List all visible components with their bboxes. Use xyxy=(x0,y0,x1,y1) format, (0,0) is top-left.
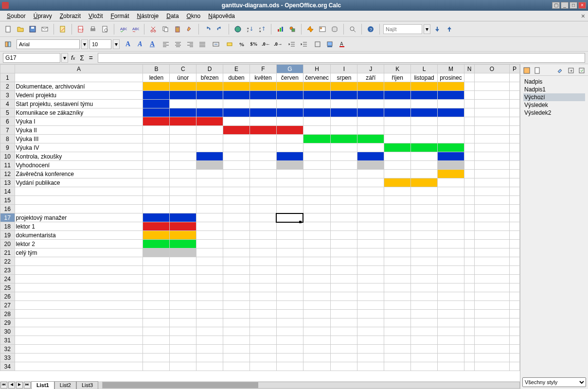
row-header-29[interactable]: 29 xyxy=(0,318,15,327)
function-wizard-icon[interactable]: fx xyxy=(71,54,75,61)
decrease-indent-icon[interactable] xyxy=(286,39,297,50)
cell-15-B[interactable] xyxy=(143,196,170,205)
cell-19-D[interactable] xyxy=(196,231,223,240)
cell-23-J[interactable] xyxy=(357,266,384,275)
cell-34-L[interactable] xyxy=(411,362,438,371)
cell-33-M[interactable] xyxy=(438,354,464,362)
cell-5-D[interactable] xyxy=(196,108,223,117)
cell-32-N[interactable] xyxy=(464,345,474,354)
cell-14-M[interactable] xyxy=(438,187,464,196)
menu-file[interactable]: Soubor xyxy=(3,13,30,19)
cell-26-A[interactable] xyxy=(15,292,143,301)
cell-23-C[interactable] xyxy=(170,266,196,275)
cell-4-G[interactable] xyxy=(276,100,303,108)
row-header-13[interactable]: 13 xyxy=(0,178,15,187)
cell-9-K[interactable] xyxy=(384,143,411,152)
cell-20-G[interactable] xyxy=(276,240,303,248)
cell-19-H[interactable] xyxy=(303,231,331,240)
cell-33-K[interactable] xyxy=(384,354,411,362)
cell-18-P[interactable] xyxy=(509,222,519,231)
sort-desc-icon[interactable]: za xyxy=(257,24,267,35)
cell-12-E[interactable] xyxy=(223,170,250,178)
chart-icon[interactable] xyxy=(275,24,285,35)
cell-17-F[interactable] xyxy=(250,213,277,222)
cell-4-C[interactable] xyxy=(170,100,196,108)
cell-21-F[interactable] xyxy=(250,248,277,257)
cell-7-H[interactable] xyxy=(303,126,331,135)
cell-15-G[interactable] xyxy=(276,196,303,205)
cell-24-H[interactable] xyxy=(303,275,331,283)
email-icon[interactable] xyxy=(39,24,50,35)
cell-9-L[interactable] xyxy=(411,143,438,152)
row-header-15[interactable]: 15 xyxy=(0,196,15,205)
cell-30-H[interactable] xyxy=(303,327,331,336)
cell-13-A[interactable]: Vydání publikace xyxy=(15,178,143,187)
cell-9-I[interactable] xyxy=(331,143,357,152)
cell-26-B[interactable] xyxy=(143,292,170,301)
col-header-L[interactable]: L xyxy=(411,65,438,73)
cell-29-O[interactable] xyxy=(475,318,510,327)
spellcheck-icon[interactable]: ABC xyxy=(118,24,128,35)
cell-30-J[interactable] xyxy=(357,327,384,336)
cell-3-I[interactable] xyxy=(331,91,357,100)
col-header-K[interactable]: K xyxy=(384,65,411,73)
cell-14-B[interactable] xyxy=(143,187,170,196)
cell-10-G[interactable] xyxy=(276,152,303,161)
cell-13-I[interactable] xyxy=(331,178,357,187)
export-pdf-icon[interactable]: PDF xyxy=(75,24,86,35)
cell-5-O[interactable] xyxy=(475,108,510,117)
cell-13-M[interactable] xyxy=(438,178,464,187)
cell-8-I[interactable] xyxy=(331,135,357,143)
cell-1-M[interactable]: prosinec xyxy=(438,73,464,82)
cell-21-A[interactable]: celý tým xyxy=(15,248,143,257)
update-style-icon[interactable] xyxy=(577,66,586,75)
cell-27-D[interactable] xyxy=(196,301,223,310)
row-header-28[interactable]: 28 xyxy=(0,310,15,318)
cell-17-O[interactable] xyxy=(475,213,510,222)
cell-1-P[interactable] xyxy=(509,73,519,82)
cell-7-B[interactable] xyxy=(143,126,170,135)
cell-34-H[interactable] xyxy=(303,362,331,371)
cell-10-B[interactable] xyxy=(143,152,170,161)
col-header-M[interactable]: M xyxy=(438,65,464,73)
cell-32-F[interactable] xyxy=(250,345,277,354)
cell-9-G[interactable] xyxy=(276,143,303,152)
cell-6-C[interactable] xyxy=(170,117,196,126)
cell-9-D[interactable] xyxy=(196,143,223,152)
cell-2-K[interactable] xyxy=(384,82,411,91)
cell-25-M[interactable] xyxy=(438,283,464,292)
cell-5-L[interactable] xyxy=(411,108,438,117)
cell-14-A[interactable] xyxy=(15,187,143,196)
cell-1-O[interactable] xyxy=(475,73,510,82)
cell-16-B[interactable] xyxy=(143,205,170,213)
save-icon[interactable] xyxy=(27,24,38,35)
cell-3-C[interactable] xyxy=(170,91,196,100)
cell-8-F[interactable] xyxy=(250,135,277,143)
align-center-icon[interactable] xyxy=(173,39,183,50)
cell-25-E[interactable] xyxy=(223,283,250,292)
help-icon[interactable]: ? xyxy=(365,24,376,35)
spreadsheet-grid[interactable]: ABCDEFGHIJKLMNOP1ledenúnorbřezendubenkvě… xyxy=(0,64,520,381)
row-header-33[interactable]: 33 xyxy=(0,354,15,362)
find-next-icon[interactable] xyxy=(432,24,443,35)
zoom-icon[interactable] xyxy=(347,24,358,35)
menu-view[interactable]: Zobrazit xyxy=(56,13,85,19)
cell-11-B[interactable] xyxy=(143,161,170,170)
cell-31-N[interactable] xyxy=(464,336,474,345)
cell-34-E[interactable] xyxy=(223,362,250,371)
cell-7-P[interactable] xyxy=(509,126,519,135)
cell-32-G[interactable] xyxy=(276,345,303,354)
cell-1-I[interactable]: srpen xyxy=(331,73,357,82)
col-header-N[interactable]: N xyxy=(464,65,474,73)
cell-10-O[interactable] xyxy=(475,152,510,161)
cell-12-O[interactable] xyxy=(475,170,510,178)
cell-9-E[interactable] xyxy=(223,143,250,152)
cell-16-D[interactable] xyxy=(196,205,223,213)
cell-34-D[interactable] xyxy=(196,362,223,371)
cell-14-N[interactable] xyxy=(464,187,474,196)
cell-31-E[interactable] xyxy=(223,336,250,345)
cell-32-O[interactable] xyxy=(475,345,510,354)
cell-14-O[interactable] xyxy=(475,187,510,196)
cell-28-J[interactable] xyxy=(357,310,384,318)
cell-15-L[interactable] xyxy=(411,196,438,205)
